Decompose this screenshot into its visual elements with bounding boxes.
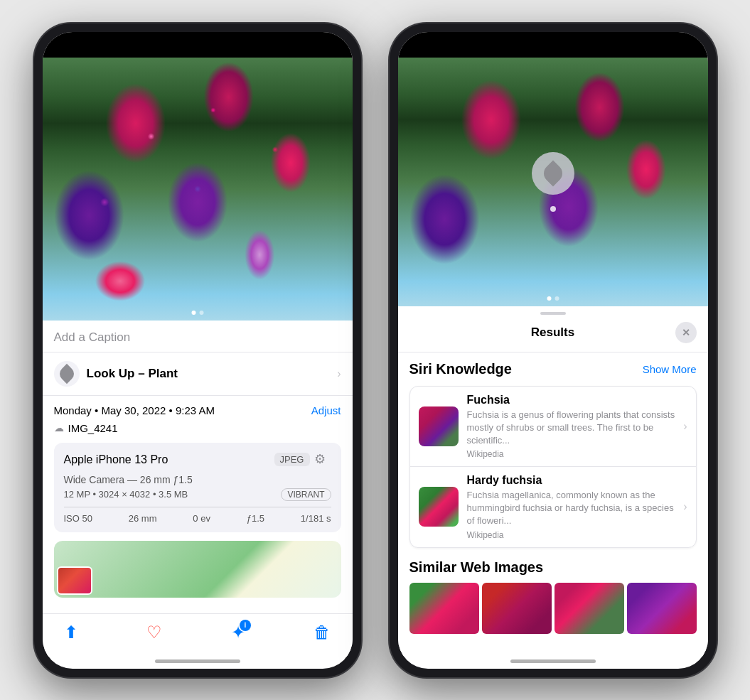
siri-knowledge-title: Siri Knowledge (409, 361, 512, 377)
handle-bar (540, 312, 566, 315)
results-content: Siri Knowledge Show More Fuchsia Fuchsia… (398, 352, 708, 657)
hardy-source: Wikipedia (467, 530, 675, 540)
results-flower-photo (398, 58, 708, 306)
exif-mm: 26 mm (129, 513, 157, 524)
share-button[interactable]: ⬆ (64, 623, 78, 642)
fuchsia-desc: Fuchsia is a genus of flowering plants t… (467, 409, 675, 448)
hardy-desc: Fuchsia magellanica, commonly known as t… (467, 489, 675, 528)
page-dots (191, 311, 203, 315)
flower-overlay (43, 58, 353, 321)
right-screen: Results ✕ Siri Knowledge Show More Fuchs… (398, 32, 708, 669)
info-panel: Add a Caption Look Up – Plant › Monday •… (43, 321, 353, 613)
dot-r1 (547, 296, 551, 301)
photo-spec: 12 MP • 3024 × 4032 • 3.5 MB VIBRANT (64, 488, 331, 501)
dot-2 (199, 311, 203, 315)
lookup-label: Look Up – Plant (87, 367, 178, 381)
caption-placeholder[interactable]: Add a Caption (54, 330, 131, 344)
fuchsia-info: Fuchsia Fuchsia is a genus of flowering … (467, 394, 675, 460)
camera-spec: Wide Camera — 26 mm ƒ1.5 (64, 474, 331, 485)
right-phone: Results ✕ Siri Knowledge Show More Fuchs… (390, 23, 717, 677)
photo-spec-text: 12 MP • 3024 × 4032 • 3.5 MB (64, 489, 188, 500)
exif-iso: ISO 50 (64, 513, 92, 524)
page-dots-right (547, 296, 559, 301)
lookup-row[interactable]: Look Up – Plant › (43, 352, 353, 396)
device-badges: JPEG ⚙ (274, 451, 331, 468)
delete-button[interactable]: 🗑 (314, 623, 331, 642)
jpeg-badge: JPEG (274, 453, 310, 466)
knowledge-item-fuchsia[interactable]: Fuchsia Fuchsia is a genus of flowering … (410, 387, 696, 468)
home-indicator-left (155, 659, 240, 663)
lookup-plant: Plant (145, 367, 178, 380)
dot-r2 (555, 296, 559, 301)
siri-leaf-icon (540, 160, 566, 186)
notch-right (510, 32, 596, 52)
exif-aperture: ƒ1.5 (247, 513, 264, 524)
results-title: Results (431, 325, 675, 340)
settings-icon[interactable]: ⚙ (314, 451, 331, 468)
cloud-icon: ☁ (54, 422, 64, 434)
hardy-info: Hardy fuchsia Fuchsia magellanica, commo… (467, 474, 675, 540)
knowledge-card: Fuchsia Fuchsia is a genus of flowering … (409, 386, 697, 548)
info-button[interactable]: ✦ i (231, 623, 245, 642)
exif-row: ISO 50 26 mm 0 ev ƒ1.5 1/181 s (64, 507, 331, 524)
similar-images-grid (409, 583, 697, 634)
caption-area[interactable]: Add a Caption (43, 321, 353, 352)
similar-section: Similar Web Images (409, 559, 697, 634)
leaf-icon (56, 363, 76, 383)
home-indicator-right (510, 659, 596, 663)
date-text: Monday • May 30, 2022 • 9:23 AM (54, 404, 215, 416)
dot-1 (191, 311, 195, 315)
hardy-name: Hardy fuchsia (467, 474, 675, 487)
similar-title: Similar Web Images (409, 559, 697, 576)
phones-container: Add a Caption Look Up – Plant › Monday •… (20, 9, 731, 691)
filename-text: IMG_4241 (68, 422, 118, 434)
similar-img-1[interactable] (409, 583, 479, 634)
adjust-button[interactable]: Adjust (311, 404, 341, 416)
exif-shutter: 1/181 s (301, 513, 331, 524)
fuchsia-thumbnail (419, 406, 459, 446)
fuchsia-chevron-icon: › (683, 420, 687, 433)
filename-row: ☁ IMG_4241 (43, 421, 353, 443)
hardy-chevron-icon: › (683, 500, 687, 513)
exif-ev: 0 ev (193, 513, 210, 524)
lookup-icon (54, 361, 80, 387)
similar-img-2[interactable] (482, 583, 552, 634)
info-badge: i (240, 620, 251, 631)
notch-bar-left (43, 32, 353, 58)
hardy-thumbnail (419, 487, 459, 527)
left-screen: Add a Caption Look Up – Plant › Monday •… (43, 32, 353, 669)
lookup-chevron-icon: › (337, 367, 341, 380)
map-area[interactable] (54, 541, 341, 598)
map-thumbnail (57, 566, 92, 595)
siri-visual-search-button[interactable] (532, 152, 574, 195)
lookup-bold: Look Up – (87, 367, 145, 380)
close-button[interactable]: ✕ (675, 322, 697, 343)
siri-dot (550, 206, 556, 212)
device-header: Apple iPhone 13 Pro JPEG ⚙ (64, 451, 331, 468)
similar-img-4[interactable] (627, 583, 697, 634)
show-more-button[interactable]: Show More (643, 363, 697, 375)
favorite-button[interactable]: ♡ (146, 623, 162, 642)
notch-left (155, 32, 240, 52)
date-line: Monday • May 30, 2022 • 9:23 AM Adjust (54, 404, 341, 416)
fuchsia-name: Fuchsia (467, 394, 675, 406)
results-header: Results ✕ (398, 318, 708, 352)
bottom-toolbar: ⬆ ♡ ✦ i 🗑 (43, 613, 353, 657)
flower-photo-left[interactable] (43, 58, 353, 321)
left-phone: Add a Caption Look Up – Plant › Monday •… (34, 23, 361, 677)
date-row: Monday • May 30, 2022 • 9:23 AM Adjust (43, 396, 353, 421)
siri-knowledge-header: Siri Knowledge Show More (409, 361, 697, 377)
notch-bar-right (398, 32, 708, 58)
fuchsia-source: Wikipedia (467, 449, 675, 459)
knowledge-item-hardy[interactable]: Hardy fuchsia Fuchsia magellanica, commo… (410, 467, 696, 547)
device-card: Apple iPhone 13 Pro JPEG ⚙ Wide Camera —… (54, 443, 341, 532)
results-panel: Results ✕ Siri Knowledge Show More Fuchs… (398, 306, 708, 657)
vibrant-badge: VIBRANT (281, 488, 331, 501)
similar-img-3[interactable] (555, 583, 624, 634)
device-name: Apple iPhone 13 Pro (64, 453, 168, 466)
